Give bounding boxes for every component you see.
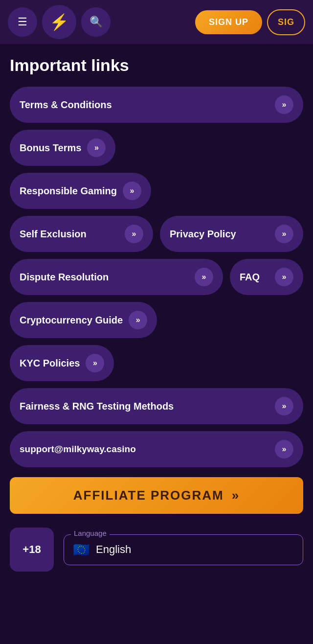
- privacy-policy-chevron-icon: »: [275, 225, 293, 243]
- cryptocurrency-guide-chevron-icon: »: [129, 311, 147, 329]
- link-row-dispute-faq: Dispute Resolution » FAQ »: [10, 259, 303, 295]
- header: ☰ ⚡ 🔍 SIGN UP SIG: [0, 0, 313, 44]
- search-icon: 🔍: [89, 16, 103, 28]
- self-exclusion-label: Self Exclusion: [20, 229, 87, 240]
- dispute-resolution-label: Dispute Resolution: [20, 272, 109, 283]
- link-row-responsible: Responsible Gaming »: [10, 173, 303, 209]
- responsible-gaming-label: Responsible Gaming: [20, 185, 117, 197]
- dispute-resolution-chevron-icon: »: [195, 268, 213, 286]
- logo-icon: ⚡: [49, 13, 69, 31]
- links-grid: Terms & Conditions » Bonus Terms » Respo…: [10, 87, 303, 467]
- cryptocurrency-guide-button[interactable]: Cryptocurrency Guide »: [10, 302, 157, 338]
- link-row-bonus: Bonus Terms »: [10, 130, 303, 166]
- faq-button[interactable]: FAQ »: [230, 259, 303, 295]
- responsible-gaming-button[interactable]: Responsible Gaming »: [10, 173, 151, 209]
- privacy-policy-label: Privacy Policy: [170, 229, 236, 240]
- kyc-policies-label: KYC Policies: [20, 358, 80, 369]
- search-button[interactable]: 🔍: [81, 7, 111, 37]
- terms-conditions-chevron-icon: »: [275, 95, 293, 114]
- link-row-crypto: Cryptocurrency Guide »: [10, 302, 303, 338]
- flag-icon: 🇪🇺: [73, 542, 90, 558]
- page-title: Important links: [10, 56, 303, 75]
- self-exclusion-chevron-icon: »: [125, 225, 143, 243]
- kyc-policies-button[interactable]: KYC Policies »: [10, 345, 114, 381]
- self-exclusion-button[interactable]: Self Exclusion »: [10, 216, 153, 252]
- language-selector[interactable]: Language 🇪🇺 English: [64, 534, 303, 565]
- responsible-gaming-chevron-icon: »: [123, 182, 141, 200]
- link-row-exclusion-privacy: Self Exclusion » Privacy Policy »: [10, 216, 303, 252]
- terms-conditions-label: Terms & Conditions: [20, 99, 112, 111]
- age-badge: +18: [10, 528, 54, 572]
- kyc-policies-chevron-icon: »: [86, 354, 104, 372]
- affiliate-program-label: AFFILIATE PROGRAM: [73, 488, 224, 503]
- signup-button[interactable]: SIGN UP: [195, 10, 262, 34]
- main-content: Important links Terms & Conditions » Bon…: [0, 44, 313, 593]
- cryptocurrency-guide-label: Cryptocurrency Guide: [20, 315, 123, 326]
- email-button[interactable]: support@milkyway.casino »: [10, 431, 303, 467]
- signin-button[interactable]: SIG: [267, 9, 305, 35]
- faq-label: FAQ: [240, 272, 260, 283]
- affiliate-program-button[interactable]: AFFILIATE PROGRAM »: [10, 477, 303, 514]
- bonus-terms-button[interactable]: Bonus Terms »: [10, 130, 115, 166]
- menu-button[interactable]: ☰: [8, 7, 37, 37]
- bonus-terms-chevron-icon: »: [87, 138, 106, 157]
- link-row-kyc: KYC Policies »: [10, 345, 303, 381]
- dispute-resolution-button[interactable]: Dispute Resolution »: [10, 259, 223, 295]
- fairness-rng-label: Fairness & RNG Testing Methods: [20, 401, 174, 412]
- bonus-terms-label: Bonus Terms: [20, 142, 81, 154]
- affiliate-chevron-icon: »: [232, 488, 240, 503]
- privacy-policy-button[interactable]: Privacy Policy »: [160, 216, 303, 252]
- terms-conditions-button[interactable]: Terms & Conditions »: [10, 87, 303, 123]
- link-row-terms: Terms & Conditions »: [10, 87, 303, 123]
- fairness-rng-chevron-icon: »: [275, 397, 293, 415]
- menu-icon: ☰: [18, 16, 27, 28]
- language-label: Language: [71, 529, 110, 537]
- faq-chevron-icon: »: [275, 268, 293, 286]
- language-name: English: [96, 543, 131, 556]
- language-section: +18 Language 🇪🇺 English: [10, 528, 303, 581]
- age-badge-label: +18: [22, 543, 41, 556]
- fairness-rng-button[interactable]: Fairness & RNG Testing Methods »: [10, 388, 303, 424]
- link-row-fairness: Fairness & RNG Testing Methods »: [10, 388, 303, 424]
- logo-button[interactable]: ⚡: [42, 5, 76, 39]
- email-label: support@milkyway.casino: [20, 444, 136, 455]
- link-row-email: support@milkyway.casino »: [10, 431, 303, 467]
- email-chevron-icon: »: [275, 440, 293, 459]
